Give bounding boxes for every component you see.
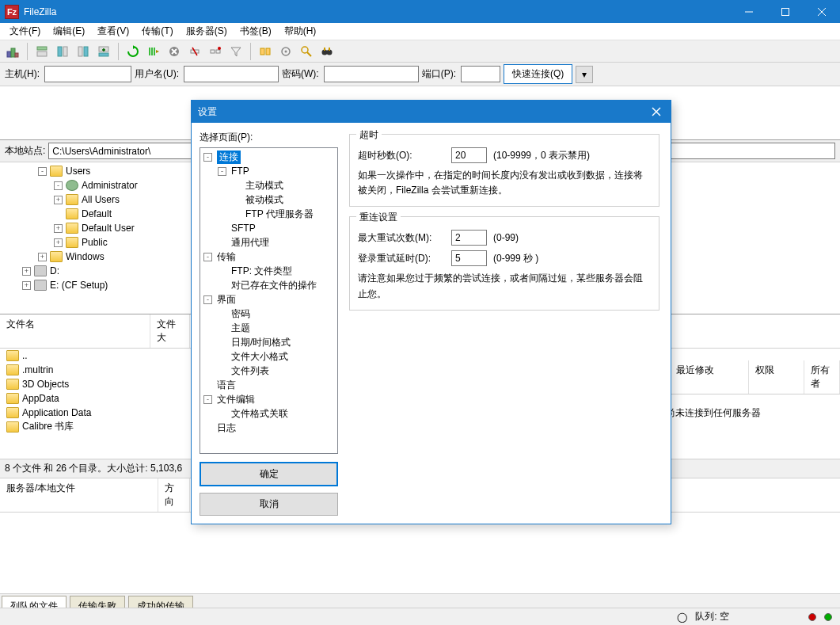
expand-icon[interactable]: - [218, 167, 226, 176]
toggle-remote-tree-icon[interactable] [74, 42, 93, 61]
tree-label: SFTP [231, 223, 256, 234]
expand-icon[interactable]: + [54, 238, 63, 247]
expand-icon[interactable]: - [38, 167, 47, 176]
col-filesize[interactable]: 文件大 [150, 314, 190, 348]
settings-tree-node[interactable]: 日志 [202, 421, 336, 435]
expand-icon[interactable]: - [203, 153, 212, 162]
tree-label: Administrator [82, 180, 138, 191]
pass-input[interactable] [324, 66, 419, 82]
menu-server[interactable]: 服务器(S) [180, 25, 234, 38]
expand-icon[interactable]: - [54, 181, 63, 190]
file-name: .. [22, 350, 28, 361]
settings-tree-node[interactable]: 日期/时间格式 [202, 335, 336, 349]
settings-tree-node[interactable]: FTP: 文件类型 [202, 264, 336, 278]
col-owner[interactable]: 所有者 [804, 360, 840, 394]
queue-col-dir[interactable]: 方向 [158, 478, 190, 512]
settings-dialog: 设置 选择页面(P): -连接-FTP主动模式被动模式FTP 代理服务器SFTP… [191, 100, 671, 524]
svg-rect-20 [260, 48, 264, 55]
minimize-button[interactable] [731, 0, 767, 23]
folder-icon [6, 364, 19, 375]
process-queue-icon[interactable] [144, 42, 163, 61]
quickconnect-dropdown[interactable]: ▾ [576, 66, 593, 83]
toggle-log-icon[interactable] [32, 42, 51, 61]
settings-tree-node[interactable]: -连接 [202, 150, 336, 164]
col-perm[interactable]: 权限 [749, 360, 804, 394]
timeout-seconds-input[interactable] [451, 147, 487, 163]
filter-icon[interactable] [226, 42, 245, 61]
settings-tree-node[interactable]: 对已存在文件的操作 [202, 278, 336, 292]
folder-icon [6, 421, 19, 433]
cancel-button[interactable]: 取消 [200, 493, 338, 516]
folder-icon [66, 223, 78, 234]
tree-label: All Users [82, 194, 120, 205]
settings-tree-node[interactable]: 主动模式 [202, 178, 336, 192]
dialog-titlebar[interactable]: 设置 [192, 101, 671, 123]
settings-tree-node[interactable]: -界面 [202, 292, 336, 307]
menu-transfer[interactable]: 传输(T) [135, 25, 179, 38]
queue-col-file[interactable]: 服务器/本地文件 [0, 478, 158, 512]
settings-tree-node[interactable]: -传输 [202, 250, 336, 264]
settings-tree-node[interactable]: -文件编辑 [202, 392, 336, 406]
port-input[interactable] [461, 66, 500, 82]
cancel-icon[interactable] [165, 42, 184, 61]
ok-button[interactable]: 确定 [200, 462, 338, 486]
expand-icon[interactable]: + [38, 253, 47, 261]
expand-icon[interactable]: + [22, 281, 31, 290]
settings-tree-node[interactable]: 密码 [202, 307, 336, 321]
menu-edit[interactable]: 编辑(E) [47, 25, 91, 38]
settings-page-tree[interactable]: -连接-FTP主动模式被动模式FTP 代理服务器SFTP通用代理-传输FTP: … [200, 147, 338, 454]
queue-list[interactable] [0, 513, 840, 593]
max-retries-hint: (0-99) [493, 232, 519, 243]
toggle-queue-icon[interactable] [94, 42, 113, 61]
search-icon[interactable] [297, 42, 316, 61]
expand-icon[interactable]: + [54, 196, 63, 204]
settings-tree-node[interactable]: SFTP [202, 221, 336, 235]
expand-icon[interactable]: + [54, 224, 63, 233]
maximize-button[interactable] [767, 0, 804, 23]
titlebar: Fz FileZilla [0, 0, 840, 23]
site-manager-icon[interactable] [3, 42, 22, 61]
settings-tree-node[interactable]: 被动模式 [202, 192, 336, 207]
refresh-icon[interactable] [124, 42, 143, 61]
settings-tree-node[interactable]: 文件列表 [202, 364, 336, 378]
expand-icon[interactable]: - [203, 295, 212, 304]
svg-rect-18 [216, 50, 220, 53]
timeout-desc: 如果一次操作中，在指定的时间长度内没有发出或收到数据，连接将被关闭，FileZi… [358, 168, 651, 198]
binoculars-icon[interactable] [317, 42, 336, 61]
tree-label: 传输 [217, 250, 236, 264]
menu-help[interactable]: 帮助(H) [278, 25, 323, 38]
sync-browse-icon[interactable] [276, 42, 295, 61]
host-input[interactable] [44, 66, 131, 82]
settings-tree-node[interactable]: 通用代理 [202, 235, 336, 250]
settings-tree-node[interactable]: 主题 [202, 321, 336, 335]
quickconnect-bar: 主机(H): 用户名(U): 密码(W): 端口(P): 快速连接(Q) ▾ [0, 63, 840, 86]
settings-tree-node[interactable]: FTP 代理服务器 [202, 207, 336, 221]
user-input[interactable] [184, 66, 279, 82]
quickconnect-button[interactable]: 快速连接(Q) [504, 64, 572, 84]
toggle-tree-icon[interactable] [53, 42, 72, 61]
col-filename[interactable]: 文件名 [0, 314, 150, 348]
expand-icon[interactable]: - [203, 395, 212, 404]
settings-tree-node[interactable]: 文件格式关联 [202, 406, 336, 421]
activity-led-green [824, 613, 832, 621]
activity-led-red [808, 613, 816, 621]
menu-file[interactable]: 文件(F) [3, 25, 47, 38]
file-name: 3D Objects [22, 379, 69, 390]
reconnect-icon[interactable] [206, 42, 225, 61]
settings-tree-node[interactable]: 文件大小格式 [202, 349, 336, 364]
folder-icon [6, 393, 19, 404]
compare-icon[interactable] [256, 42, 275, 61]
dialog-close-button[interactable] [648, 104, 664, 120]
menu-view[interactable]: 查看(V) [91, 25, 135, 38]
menu-bookmarks[interactable]: 书签(B) [234, 25, 278, 38]
retry-delay-input[interactable] [451, 250, 487, 266]
expand-icon[interactable]: + [22, 267, 31, 276]
max-retries-input[interactable] [451, 230, 487, 246]
settings-tree-node[interactable]: 语言 [202, 378, 336, 392]
settings-tree-node[interactable]: -FTP [202, 164, 336, 178]
close-button[interactable] [804, 0, 840, 23]
disconnect-icon[interactable] [185, 42, 204, 61]
col-modified[interactable]: 最近修改 [670, 360, 749, 394]
expand-icon[interactable]: - [203, 253, 212, 261]
tree-label: E: (CF Setup) [50, 280, 108, 291]
